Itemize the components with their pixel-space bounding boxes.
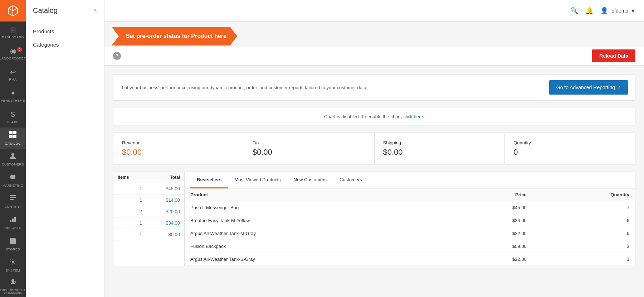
- svg-line-3: [13, 8, 18, 11]
- product-name-1: Breathe-Easy Tank-M-Yellow: [185, 214, 445, 227]
- reports-icon: [9, 216, 16, 225]
- sidebar-item-findpartners[interactable]: FIND PARTNERS & EXTENSIONS: [0, 276, 26, 297]
- sidebar-item-sales[interactable]: $ SALES: [0, 106, 26, 128]
- stat-shipping-value: $0.00: [383, 148, 496, 157]
- catalog-menu-title: Catalog: [33, 6, 58, 15]
- products-panel: Bestsellers Most Viewed Products New Cus…: [185, 172, 635, 266]
- catalog-nav-categories[interactable]: Categories: [26, 38, 104, 51]
- tab-customers[interactable]: Customers: [333, 172, 369, 188]
- search-icon[interactable]: 🔍: [570, 7, 578, 15]
- venustheme-icon: ✦: [10, 89, 16, 97]
- sidebar-item-dashboard[interactable]: ⊞ DASHBOARD: [0, 21, 26, 43]
- svg-rect-5: [13, 131, 16, 134]
- reporting-bar: d of your business' performance, using o…: [113, 74, 635, 101]
- help-icon[interactable]: ?: [113, 52, 121, 60]
- orders-col-total: Total: [146, 172, 184, 183]
- product-price-0: $45.00: [445, 201, 532, 214]
- user-menu[interactable]: 👤 lofdemo ▼: [600, 7, 635, 15]
- sidebar-item-system[interactable]: SYSTEM: [0, 255, 26, 276]
- sidebar-item-landofcoder[interactable]: ◉ LANDOFCODER 0: [0, 43, 26, 64]
- close-catalog-menu-button[interactable]: ×: [93, 7, 97, 14]
- table-row: 2 $20.00: [113, 206, 184, 217]
- order-total-2: $20.00: [146, 206, 184, 217]
- banner-container: Set pre-order status for Product here: [104, 21, 644, 47]
- stat-quantity-value: 0: [513, 148, 626, 157]
- stores-icon: [9, 237, 16, 246]
- reporting-description: d of your business' performance, using o…: [121, 85, 367, 90]
- sidebar-item-customers[interactable]: CUSTOMERS: [0, 149, 26, 170]
- sidebar-item-catalog[interactable]: CATALOG: [0, 128, 26, 149]
- magento-logo[interactable]: [0, 0, 26, 21]
- products-table: Product Price Quantity Push It Messenger…: [185, 188, 635, 266]
- orders-col-items: Items: [113, 172, 146, 183]
- catalog-submenu-nav: Products Categories: [26, 21, 104, 55]
- stat-tax-label: Tax: [253, 140, 366, 145]
- sidebar-item-content[interactable]: CONTENT: [0, 191, 26, 212]
- product-price-2: $22.00: [445, 227, 532, 240]
- tab-bestsellers[interactable]: Bestsellers: [190, 172, 228, 188]
- product-qty-1: 6: [532, 214, 635, 227]
- tab-new-customers[interactable]: New Customers: [287, 172, 333, 188]
- orders-summary-panel: Items Total 1 $45.00 1 $14.00: [113, 172, 185, 266]
- chart-notice-text: Chart is disabled. To enable the chart,: [324, 114, 402, 119]
- chart-enable-link[interactable]: click here.: [404, 114, 425, 119]
- table-row: 1 $45.00: [113, 183, 184, 195]
- svg-rect-17: [12, 241, 14, 244]
- sidebar-item-reports[interactable]: REPORTS: [0, 212, 26, 233]
- banner-text: Set pre-order status for Product here: [126, 33, 226, 39]
- catalog-icon: [9, 131, 17, 140]
- main-content: 🔍 🔔 👤 lofdemo ▼ Set pre-order status for…: [104, 0, 644, 297]
- sidebar-item-rma[interactable]: ↩ RMA: [0, 64, 26, 85]
- landofcoder-icon: ◉: [10, 47, 16, 55]
- order-items-0[interactable]: 1: [113, 183, 146, 195]
- sidebar-item-venustheme[interactable]: ✦ VENUSTHEME: [0, 85, 26, 106]
- table-row: Push It Messenger Bag $45.00 7: [185, 201, 635, 214]
- order-total-1: $14.00: [146, 195, 184, 206]
- stat-tax: Tax $0.00: [244, 133, 375, 164]
- user-avatar-icon: 👤: [600, 7, 608, 15]
- product-qty-4: 3: [532, 253, 635, 266]
- landofcoder-badge: 0: [17, 47, 22, 52]
- products-col-product: Product: [185, 188, 445, 201]
- order-items-3[interactable]: 1: [113, 217, 146, 229]
- product-price-3: $59.00: [445, 240, 532, 253]
- products-col-price: Price: [445, 188, 532, 201]
- product-name-4: Argus All-Weather Tank-S-Gray: [185, 253, 445, 266]
- table-row: Argus All-Weather Tank-S-Gray $22.00 3: [185, 253, 635, 266]
- order-items-2[interactable]: 2: [113, 206, 146, 217]
- sales-icon: $: [11, 110, 15, 119]
- catalog-nav-products[interactable]: Products: [26, 25, 104, 38]
- product-qty-2: 6: [532, 227, 635, 240]
- system-icon: [9, 258, 16, 267]
- orders-table: Items Total 1 $45.00 1 $14.00: [113, 172, 184, 240]
- advanced-reporting-button[interactable]: Go to Advanced Reporting ↗: [549, 80, 628, 95]
- catalog-submenu: Catalog × Products Categories: [26, 0, 104, 297]
- reload-data-button[interactable]: Reload Data: [592, 49, 635, 62]
- stat-revenue: Revenue $0.00: [113, 133, 244, 164]
- table-row: 1 $0.00: [113, 229, 184, 240]
- tabs-bar: Bestsellers Most Viewed Products New Cus…: [185, 172, 635, 188]
- order-total-0: $45.00: [146, 183, 184, 195]
- svg-rect-10: [10, 195, 16, 196]
- preorder-banner[interactable]: Set pre-order status for Product here: [112, 27, 237, 45]
- notification-icon[interactable]: 🔔: [585, 7, 593, 15]
- product-price-4: $22.00: [445, 253, 532, 266]
- order-items-4[interactable]: 1: [113, 229, 146, 240]
- sidebar-item-stores[interactable]: STORES: [0, 234, 26, 255]
- products-col-quantity: Quantity: [532, 188, 635, 201]
- rma-icon: ↩: [10, 68, 16, 76]
- stat-shipping: Shipping $0.00: [375, 133, 505, 164]
- svg-rect-6: [9, 135, 13, 138]
- order-items-1[interactable]: 1: [113, 195, 146, 206]
- product-name-2: Argus All-Weather Tank-M-Gray: [185, 227, 445, 240]
- table-row: 1 $14.00: [113, 195, 184, 206]
- product-price-1: $34.00: [445, 214, 532, 227]
- dashboard-icon: ⊞: [10, 25, 16, 34]
- product-name-0: Push It Messenger Bag: [185, 201, 445, 214]
- stat-quantity-label: Quantity: [513, 140, 626, 145]
- sidebar-item-marketing[interactable]: MARKETING: [0, 170, 26, 191]
- tab-most-viewed[interactable]: Most Viewed Products: [228, 172, 287, 188]
- sidebar-icons: ⊞ DASHBOARD ◉ LANDOFCODER 0 ↩ RMA ✦ VENU…: [0, 0, 26, 297]
- top-header: 🔍 🔔 👤 lofdemo ▼: [104, 0, 644, 21]
- two-col-layout: Items Total 1 $45.00 1 $14.00: [113, 172, 635, 266]
